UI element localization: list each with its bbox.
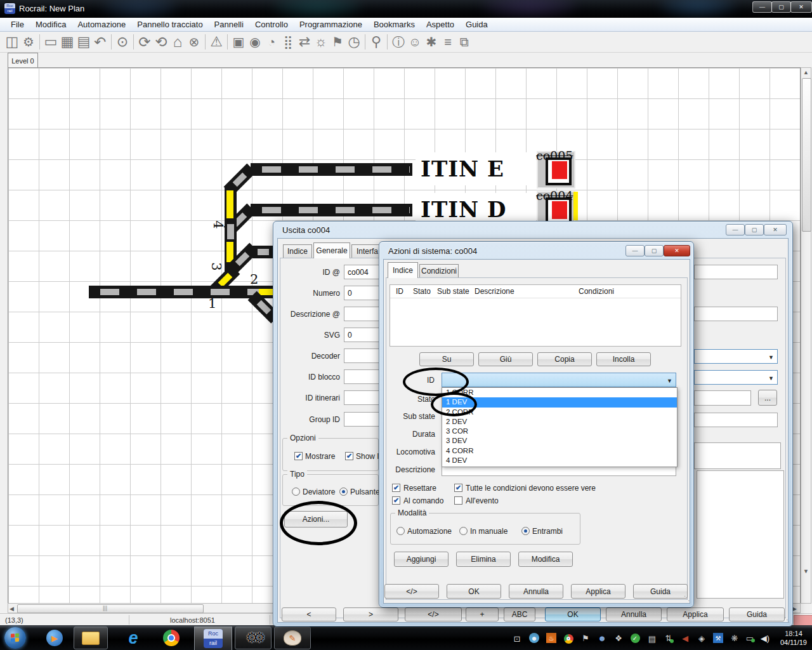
azioni-annulla-button[interactable]: Annulla (509, 584, 563, 599)
su-button[interactable]: Su (419, 352, 474, 366)
copy-pages-icon[interactable]: ⧉ (456, 34, 473, 50)
right-dropdown-1[interactable]: ▼ (694, 349, 778, 364)
col-header-sub-state[interactable]: Sub state (437, 287, 469, 296)
tray-clock[interactable]: 18:14 04/11/19 (776, 629, 811, 647)
track-straight-itin-e[interactable] (251, 163, 412, 176)
lights-icon[interactable]: ☼ (313, 34, 329, 50)
taskbar-paint[interactable]: ✎ (274, 627, 311, 649)
dropdown-option[interactable]: 3 COR (442, 427, 677, 436)
deviatore-radio[interactable] (292, 488, 300, 496)
menu-pannelli[interactable]: Pannelli (209, 20, 249, 29)
applica-button[interactable]: Applica (667, 607, 724, 621)
uscita-minimize-button[interactable]: — (726, 224, 745, 235)
taskbar-rocrail-server[interactable]: ⚙⚙ (235, 627, 272, 649)
tray-orange-app-icon[interactable]: ♨ (546, 632, 557, 644)
clock-icon[interactable]: ◷ (346, 34, 362, 50)
right-field-1[interactable] (694, 265, 778, 279)
azioni-maximize-button[interactable]: ▢ (645, 245, 664, 256)
properties-gear-icon[interactable]: ⚙ (20, 34, 37, 50)
track-stub[interactable] (252, 246, 274, 258)
all-evento-checkbox[interactable] (454, 496, 462, 505)
uscita-maximize-button[interactable]: ▢ (745, 224, 764, 235)
actions-table[interactable]: ID Stato Sub state Descrizione Condizion… (390, 284, 681, 347)
menu-automazione[interactable]: Automazione (72, 20, 131, 29)
tray-network-icon[interactable]: ⊡ (511, 633, 523, 644)
col-header-condizioni[interactable]: Condizioni (517, 287, 676, 296)
info-icon[interactable]: ⓘ (390, 34, 407, 50)
azioni-ok-button[interactable]: OK (447, 584, 501, 599)
tray-remote-user-icon[interactable]: ☻ (528, 632, 540, 644)
azioni-applica-button[interactable]: Applica (571, 584, 625, 599)
tray-volume-icon[interactable]: ◀) (759, 632, 771, 644)
tray-update-check-icon[interactable]: ✓ (629, 632, 641, 644)
azioni-close-button[interactable]: ✕ (664, 245, 690, 256)
tray-muted-speaker-icon[interactable]: ◀ (679, 632, 691, 644)
menu-bookmarks[interactable]: Bookmarks (368, 20, 421, 29)
tab-level-0[interactable]: Level 0 (8, 53, 38, 68)
aggiungi-button[interactable]: Aggiungi (394, 552, 449, 567)
automazione-radio[interactable] (396, 527, 405, 535)
resize-grip[interactable]: ⋱ (784, 616, 790, 623)
col-header-descrizione[interactable]: Descrizione (475, 287, 514, 296)
menu-programmazione[interactable]: Programmazione (294, 20, 368, 29)
right-field-3[interactable] (694, 390, 751, 406)
incolla-button[interactable]: Incolla (596, 352, 651, 366)
mostrare-checkbox[interactable]: ✔ (294, 452, 303, 460)
elimina-button[interactable]: Elimina (456, 552, 511, 567)
show-id-checkbox[interactable]: ✔ (345, 452, 353, 460)
search-icon[interactable]: ⚲ (368, 34, 384, 50)
mouse-control-icon[interactable]: ◉ (247, 34, 263, 50)
annulla-button[interactable]: Annulla (606, 607, 662, 621)
emergency-icon[interactable]: ⚠ (208, 34, 225, 50)
log-list-icon[interactable]: ≡ (440, 34, 456, 50)
shuffle-routes-icon[interactable]: ⇄ (296, 34, 313, 50)
reinit-icon[interactable]: ⟲ (153, 34, 169, 50)
track-straight-itin-d[interactable] (251, 204, 412, 216)
guida-button[interactable]: Guida (729, 607, 785, 621)
start-button[interactable] (4, 627, 26, 649)
auto-flag-icon[interactable]: ⚑ (329, 34, 346, 50)
resettare-checkbox[interactable]: ✔ (392, 484, 400, 492)
tray-display-icon[interactable]: ▤ (646, 633, 658, 644)
in-manuale-radio[interactable] (459, 527, 468, 535)
dropdown-option[interactable]: 2 CORR (442, 408, 677, 417)
right-field-2[interactable] (694, 307, 778, 321)
menu-controllo[interactable]: Controllo (249, 20, 294, 29)
prev-button[interactable]: < (282, 607, 336, 621)
taskbar-explorer[interactable] (74, 627, 108, 649)
menu-pannello-tracciato[interactable]: Pannello tracciato (131, 20, 208, 29)
tray-settings-wrench-icon[interactable]: ⚒ (712, 632, 724, 644)
modifica-button[interactable]: Modifica (518, 552, 573, 567)
open-folder-icon[interactable]: ▭ (43, 34, 59, 50)
minimize-button[interactable]: — (752, 1, 772, 13)
scroll-right-arrow[interactable]: ▶ (792, 606, 797, 612)
scroll-left-arrow[interactable]: ◀ (10, 606, 14, 612)
user-message-icon[interactable]: ☺ (407, 34, 423, 50)
scroll-down-arrow[interactable]: ▼ (803, 568, 809, 574)
tray-spray-icon[interactable]: ❋ (729, 632, 740, 644)
browse-ellipsis-button[interactable]: ... (758, 390, 777, 406)
throttle-gauge-icon[interactable]: ◔ (263, 34, 280, 50)
azioni-tab-condizioni[interactable]: Condizioni (419, 264, 459, 278)
pulsante-radio[interactable] (339, 488, 348, 496)
taskbar-chrome[interactable] (156, 627, 187, 649)
al-comando-checkbox[interactable]: ✔ (392, 496, 400, 505)
undo-icon[interactable]: ↶ (92, 34, 108, 50)
resize-grip[interactable]: ⋱ (684, 595, 690, 602)
train-icon[interactable]: ▣ (230, 34, 247, 50)
col-header-id[interactable]: ID (396, 287, 403, 296)
tray-user-ball-icon[interactable]: ☻ (596, 632, 608, 644)
routes-grid-icon[interactable]: ⣿ (280, 34, 296, 50)
tray-action-center-flag-icon[interactable]: ⚑ (580, 632, 591, 644)
azioni-guida-button[interactable]: Guida (633, 584, 688, 599)
uscita-close-button[interactable]: ✕ (764, 224, 787, 235)
dropdown-option-selected[interactable]: 1 DEV (442, 397, 677, 407)
right-list-box[interactable] (697, 470, 784, 599)
dropdown-option[interactable]: 4 DEV (442, 456, 677, 465)
menu-aspetto[interactable]: Aspetto (421, 20, 460, 29)
power-icon[interactable]: ⊙ (114, 34, 131, 50)
dropdown-option[interactable]: 1 CORR (442, 388, 677, 397)
entrambi-radio[interactable] (521, 527, 530, 535)
add-button[interactable]: + (466, 607, 499, 621)
right-field-4[interactable] (694, 413, 778, 427)
